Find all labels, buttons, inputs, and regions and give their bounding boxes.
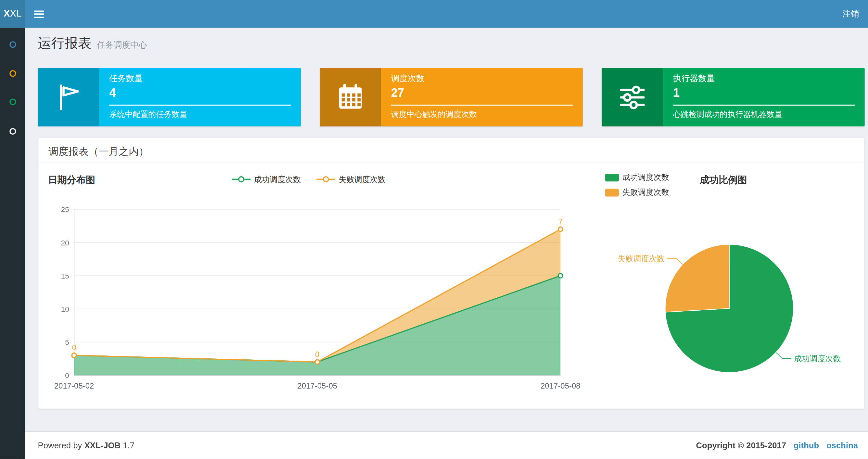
svg-text:2017-05-08: 2017-05-08 xyxy=(540,382,581,390)
logo-text-bold: X xyxy=(4,8,10,19)
svg-text:25: 25 xyxy=(61,205,69,214)
sidebar-item-2[interactable] xyxy=(0,65,25,82)
circle-icon xyxy=(9,99,16,105)
svg-text:0: 0 xyxy=(315,350,319,359)
info-box-title: 执行器数量 xyxy=(673,73,855,84)
info-box-divider xyxy=(391,104,573,105)
copyright-area: Copyright © 2015-2017 github oschina xyxy=(696,432,858,458)
powered-by: Powered by XXL-JOB 1.7 xyxy=(38,432,134,458)
legend-label: 失败调度次数 xyxy=(339,175,385,185)
legend-label: 成功调度次数 xyxy=(622,173,669,183)
info-box-divider xyxy=(673,104,855,105)
oschina-link[interactable]: oschina xyxy=(827,440,858,450)
product-version: 1.7 xyxy=(123,440,134,450)
calendar-icon xyxy=(320,68,381,126)
sidebar-toggle-button[interactable] xyxy=(25,0,53,28)
info-box-body: 调度次数 27 调度中心触发的调度次数 xyxy=(381,68,583,126)
info-box-value: 27 xyxy=(391,86,573,100)
info-box-value: 4 xyxy=(109,86,291,100)
product-name: XXL-JOB xyxy=(85,440,121,450)
svg-text:7: 7 xyxy=(558,217,563,226)
svg-text:5: 5 xyxy=(65,338,69,347)
pie-chart-svg: 成功调度次数失败调度次数 xyxy=(607,222,863,405)
page: XXL 注销 运行报表 任务调度中心 xyxy=(0,0,868,459)
info-box-description: 心跳检测成功的执行器机器数量 xyxy=(673,110,855,120)
info-box-description: 调度中心触发的调度次数 xyxy=(391,110,573,120)
info-box-value: 1 xyxy=(673,86,855,100)
circle-icon xyxy=(9,128,16,135)
svg-text:10: 10 xyxy=(61,305,69,313)
line-chart-svg: 05101520252017-05-022017-05-052017-05-08… xyxy=(46,193,570,393)
page-subtitle: 任务调度中心 xyxy=(97,40,147,51)
legend-item-success[interactable]: 成功调度次数 xyxy=(231,175,301,185)
svg-text:20: 20 xyxy=(61,239,69,247)
sidebar-item-4[interactable] xyxy=(0,123,25,139)
logout-link[interactable]: 注销 xyxy=(842,0,859,28)
line-series-marker-icon xyxy=(316,175,335,185)
svg-text:2017-05-05: 2017-05-05 xyxy=(297,382,337,390)
info-box-jobs: 任务数量 4 系统中配置的任务数量 xyxy=(38,68,301,126)
svg-text:0: 0 xyxy=(65,371,69,380)
circle-icon xyxy=(9,70,16,77)
logo-text-light: XL xyxy=(10,8,22,19)
app-logo[interactable]: XXL xyxy=(0,0,25,28)
svg-text:2017-05-02: 2017-05-02 xyxy=(54,382,94,390)
pie-chart-title: 成功比例图 xyxy=(700,174,747,186)
info-box-body: 任务数量 4 系统中配置的任务数量 xyxy=(99,68,301,126)
pie-series-marker-icon xyxy=(605,189,619,196)
line-chart-legend: 成功调度次数 失败调度次数 xyxy=(38,175,579,185)
flag-icon xyxy=(38,68,99,126)
svg-text:成功调度次数: 成功调度次数 xyxy=(794,354,841,363)
pie-chart-legend: 成功调度次数 失败调度次数 xyxy=(605,173,669,203)
info-box-triggers: 调度次数 27 调度中心触发的调度次数 xyxy=(320,68,583,126)
powered-prefix: Powered by xyxy=(38,440,82,450)
circle-icon xyxy=(9,41,16,48)
legend-item-fail[interactable]: 失败调度次数 xyxy=(605,188,669,198)
info-box-description: 系统中配置的任务数量 xyxy=(109,110,291,120)
copyright-text: Copyright © 2015-2017 xyxy=(696,440,786,450)
page-title: 运行报表 xyxy=(38,34,92,52)
sidebar-item-3[interactable] xyxy=(0,94,25,110)
info-box-body: 执行器数量 1 心跳检测成功的执行器机器数量 xyxy=(663,68,865,126)
page-header: 运行报表 任务调度中心 xyxy=(38,34,147,52)
pie-series-marker-icon xyxy=(605,174,619,182)
svg-text:15: 15 xyxy=(61,272,69,280)
legend-label: 成功调度次数 xyxy=(254,175,301,185)
info-box-title: 任务数量 xyxy=(109,73,291,84)
line-series-marker-icon xyxy=(231,175,250,185)
info-box-title: 调度次数 xyxy=(391,73,573,84)
sliders-icon xyxy=(601,68,663,126)
github-link[interactable]: github xyxy=(794,440,819,450)
panel-title: 调度报表（一月之内） xyxy=(38,138,864,163)
hamburger-icon xyxy=(34,11,44,20)
info-box-executors: 执行器数量 1 心跳检测成功的执行器机器数量 xyxy=(601,68,864,126)
info-box-divider xyxy=(109,104,291,105)
main-content: 运行报表 任务调度中心 任务数量 4 系统中配置的任务数量 xyxy=(25,28,868,431)
report-panel: 调度报表（一月之内） 日期分布图 成功调度次数 失败调度次数 051015202… xyxy=(38,138,865,409)
legend-item-success[interactable]: 成功调度次数 xyxy=(605,173,669,183)
page-footer: Powered by XXL-JOB 1.7 Copyright © 2015-… xyxy=(25,431,868,459)
sidebar xyxy=(0,28,25,459)
legend-label: 失败调度次数 xyxy=(622,188,669,198)
legend-item-fail[interactable]: 失败调度次数 xyxy=(316,175,385,185)
svg-text:失败调度次数: 失败调度次数 xyxy=(618,254,664,263)
top-navbar: XXL 注销 xyxy=(0,0,868,28)
info-box-row: 任务数量 4 系统中配置的任务数量 调度次数 27 xyxy=(38,68,865,126)
sidebar-item-1[interactable] xyxy=(0,36,25,53)
svg-text:0: 0 xyxy=(72,343,76,352)
